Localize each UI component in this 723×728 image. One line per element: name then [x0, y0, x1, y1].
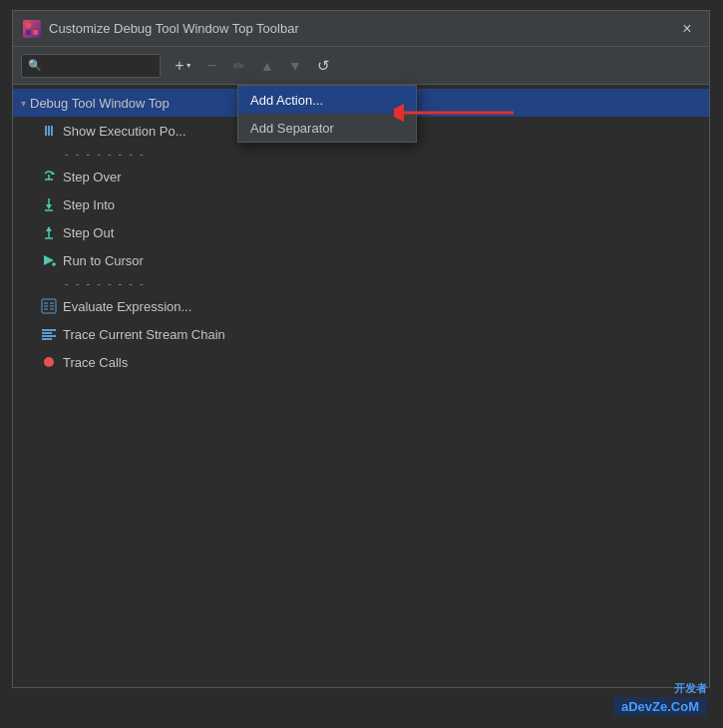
- step-over-label: Step Over: [63, 170, 122, 184]
- trace-calls-icon: [41, 354, 57, 370]
- separator-1: - - - - - - - -: [13, 145, 709, 163]
- content-area: ▾ Debug Tool Window Top Show Execution P…: [13, 85, 709, 687]
- dropdown-arrow-icon: ▼: [185, 62, 192, 69]
- tree-item-evaluate[interactable]: Evaluate Expression...: [33, 292, 709, 320]
- svg-marker-11: [46, 226, 52, 231]
- tree-item-step-into[interactable]: Step Into: [33, 190, 709, 218]
- add-action-label: Add Action...: [250, 93, 323, 108]
- tree-item-run-cursor[interactable]: Run to Cursor: [33, 246, 709, 274]
- evaluate-icon: [41, 298, 57, 314]
- add-separator-menu-item[interactable]: Add Separator: [238, 114, 416, 142]
- search-icon: 🔍: [28, 59, 42, 72]
- reset-button[interactable]: ↺: [310, 53, 336, 79]
- tree-root-label: Debug Tool Window Top: [30, 96, 170, 111]
- tree-item-trace-calls[interactable]: Trace Calls: [33, 348, 709, 376]
- plus-icon: +: [175, 57, 183, 75]
- down-icon: ▼: [288, 58, 302, 74]
- svg-marker-8: [46, 204, 52, 209]
- watermark-top: 开发者: [674, 681, 707, 696]
- add-button[interactable]: + ▼: [171, 53, 196, 79]
- step-out-label: Step Out: [63, 225, 114, 240]
- arrow-svg: [394, 93, 524, 138]
- move-down-button: ▼: [282, 53, 308, 79]
- minus-icon: −: [206, 57, 215, 75]
- trace-stream-icon: [41, 326, 57, 342]
- edit-button: ✏: [226, 53, 252, 79]
- toolbar: 🔍 + ▼ − ✏ ▲ ▼ ↺: [13, 47, 709, 85]
- main-window: Customize Debug Tool Window Top Toolbar …: [12, 10, 710, 688]
- watermark-bottom: aDevZe.CoM: [613, 697, 707, 716]
- tree-item-step-over[interactable]: Step Over: [33, 163, 709, 190]
- search-box[interactable]: 🔍: [21, 54, 161, 78]
- svg-rect-1: [33, 23, 38, 28]
- add-action-menu-item[interactable]: Add Action...: [238, 86, 416, 114]
- window-title: Customize Debug Tool Window Top Toolbar: [49, 21, 675, 36]
- svg-rect-2: [26, 30, 31, 35]
- svg-rect-3: [33, 30, 38, 35]
- title-bar: Customize Debug Tool Window Top Toolbar …: [13, 11, 709, 47]
- execution-icon: [41, 123, 57, 139]
- edit-icon: ✏: [233, 58, 245, 74]
- close-button[interactable]: ×: [675, 17, 699, 41]
- dropdown-menu: Add Action... Add Separator: [237, 85, 417, 143]
- evaluate-label: Evaluate Expression...: [63, 299, 191, 314]
- tree-item-trace-stream[interactable]: Trace Current Stream Chain: [33, 320, 709, 348]
- step-into-label: Step Into: [63, 197, 115, 212]
- trace-calls-label: Trace Calls: [63, 355, 128, 370]
- tree-item-step-out[interactable]: Step Out: [33, 218, 709, 246]
- arrow-annotation: [394, 93, 524, 141]
- step-out-icon: [41, 224, 57, 240]
- step-over-icon: [41, 169, 57, 184]
- run-cursor-label: Run to Cursor: [63, 253, 144, 268]
- run-cursor-icon: [41, 252, 57, 268]
- collapse-arrow-icon: ▾: [21, 98, 26, 109]
- step-into-icon: [41, 196, 57, 212]
- add-separator-label: Add Separator: [250, 121, 334, 136]
- separator-2: - - - - - - - -: [13, 274, 709, 292]
- app-icon: [23, 20, 41, 38]
- reset-icon: ↺: [317, 57, 330, 75]
- remove-button: −: [198, 53, 224, 79]
- move-up-button: ▲: [254, 53, 280, 79]
- trace-stream-label: Trace Current Stream Chain: [63, 327, 225, 342]
- up-icon: ▲: [260, 58, 274, 74]
- show-execution-label: Show Execution Po...: [63, 124, 186, 139]
- svg-rect-0: [26, 23, 31, 28]
